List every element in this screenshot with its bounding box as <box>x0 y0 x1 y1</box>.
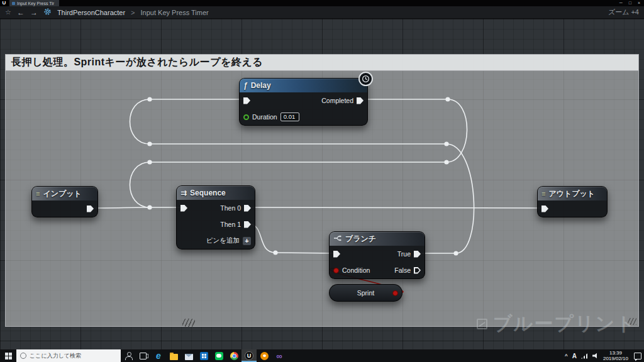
input-exec-out-pin[interactable] <box>87 206 94 212</box>
node-delay-title: Delay <box>251 81 271 90</box>
branch-exec-in-pin[interactable] <box>333 251 340 258</box>
branch-true-label: True <box>397 250 411 258</box>
blueprint-graph-canvas[interactable]: 長押し処理。Sprintキーが放されたらループを終える <box>0 19 644 349</box>
node-sequence-header[interactable]: ⇉ Sequence <box>177 186 255 200</box>
sequence-exec-in-pin[interactable] <box>180 205 187 212</box>
network-icon[interactable] <box>581 353 588 359</box>
task-view-icon[interactable] <box>136 349 151 362</box>
system-tray: ^ A 13:39 2019/02/10 <box>565 349 644 362</box>
blender-icon[interactable] <box>257 349 272 362</box>
node-output-title: アウトプット <box>548 189 595 199</box>
favorite-star-icon[interactable]: ☆ <box>5 8 11 16</box>
ime-indicator[interactable]: A <box>572 353 577 359</box>
mail-icon[interactable] <box>181 349 196 362</box>
function-icon: ƒ <box>243 81 248 90</box>
node-input-header[interactable]: ≡ インプット <box>32 187 97 200</box>
delay-duration-pin[interactable] <box>243 114 249 120</box>
node-output-tunnel[interactable]: ≡ アウトプット <box>537 186 608 217</box>
delay-duration-label: Duration <box>252 113 277 121</box>
store-icon[interactable] <box>196 349 211 362</box>
document-tab[interactable]: Input Key Press Tir <box>9 0 59 6</box>
back-button[interactable]: ← <box>17 9 25 16</box>
window-controls: ─ □ × <box>619 0 644 6</box>
delay-exec-in-pin[interactable] <box>243 97 250 104</box>
branch-false-label: False <box>394 266 411 274</box>
branch-false-pin[interactable] <box>414 267 421 274</box>
minimize-button[interactable]: ─ <box>619 0 623 6</box>
zoom-indicator: ズーム +4 <box>608 8 639 17</box>
node-branch[interactable]: ブランチ True Condition False <box>329 231 425 279</box>
branch-true-pin[interactable] <box>414 251 421 258</box>
node-delay-header[interactable]: ƒ Delay <box>240 79 367 92</box>
windows-logo-icon <box>5 353 12 359</box>
people-icon[interactable] <box>121 349 136 362</box>
comment-title[interactable]: 長押し処理。Sprintキーが放されたらループを終える <box>6 55 638 71</box>
visual-studio-icon[interactable]: ∞ <box>272 349 287 362</box>
node-sprint-variable[interactable]: Sprint <box>329 284 402 302</box>
comment-resize-hatch[interactable] <box>182 319 195 327</box>
output-exec-in-pin[interactable] <box>541 206 548 212</box>
windows-taskbar: ここに入力して検索 eU∞ ^ A 13:39 2019/02/10 <box>0 349 644 362</box>
breadcrumb-separator: > <box>131 9 135 16</box>
unreal-editor-window: U Input Key Press Tir ─ □ × ☆ ← → ThirdP… <box>0 0 644 362</box>
node-input-title: インプット <box>43 189 81 199</box>
volume-icon[interactable] <box>592 353 599 359</box>
node-sequence-title: Sequence <box>190 189 226 197</box>
tray-time: 13:39 <box>603 350 628 356</box>
breadcrumb-current[interactable]: Input Key Press Timer <box>141 9 209 16</box>
branch-icon <box>333 234 342 244</box>
close-button[interactable]: × <box>638 0 640 6</box>
branch-condition-label: Condition <box>342 266 370 274</box>
chrome-icon[interactable] <box>226 349 242 362</box>
taskbar-search-box[interactable]: ここに入力して検索 <box>16 349 121 362</box>
graph-watermark: ブループリント <box>477 311 636 337</box>
line-icon[interactable] <box>211 349 226 362</box>
sequence-then1-label: Then 1 <box>220 221 241 228</box>
blueprint-watermark-icon <box>477 319 487 329</box>
sprint-output-pin[interactable] <box>392 290 398 296</box>
sequence-then1-pin[interactable] <box>244 221 251 228</box>
blueprint-gear-icon[interactable] <box>43 8 52 17</box>
branch-condition-pin[interactable] <box>333 268 339 273</box>
file-explorer-icon[interactable] <box>166 349 181 362</box>
edge-icon[interactable]: e <box>151 349 166 362</box>
add-pin-button[interactable]: + <box>243 237 251 245</box>
sequence-then0-pin[interactable] <box>244 205 251 212</box>
tunnel-icon: ≡ <box>541 190 545 197</box>
node-delay[interactable]: ƒ Delay Completed Duration 0.01 <box>239 78 368 126</box>
blueprint-tab-icon <box>12 2 15 5</box>
search-icon <box>20 353 26 359</box>
node-branch-title: ブランチ <box>345 234 376 244</box>
sequence-addpin-label: ピンを追加 <box>206 236 240 245</box>
taskbar-app-icons: eU∞ <box>121 349 287 362</box>
delay-completed-label: Completed <box>321 97 353 104</box>
tray-expand-icon[interactable]: ^ <box>565 353 568 359</box>
unreal-engine-icon[interactable]: U <box>242 349 257 362</box>
tunnel-icon: ≡ <box>36 190 40 197</box>
sequence-then0-label: Then 0 <box>220 204 241 212</box>
breadcrumb-root[interactable]: ThirdPersonCharacter <box>57 9 125 16</box>
node-output-header[interactable]: ≡ アウトプット <box>538 187 607 200</box>
sprint-variable-label: Sprint <box>357 289 374 297</box>
node-branch-header[interactable]: ブランチ <box>330 232 425 246</box>
delay-duration-input[interactable]: 0.01 <box>280 112 299 121</box>
node-sequence[interactable]: ⇉ Sequence Then 0 Then 1 ピンを追加 + <box>176 185 255 250</box>
unreal-logo-icon: U <box>0 0 8 6</box>
sequence-icon: ⇉ <box>180 189 187 197</box>
tray-date: 2019/02/10 <box>603 356 628 362</box>
maximize-button[interactable]: □ <box>629 0 631 6</box>
tray-clock[interactable]: 13:39 2019/02/10 <box>603 350 628 362</box>
delay-completed-pin[interactable] <box>357 97 364 104</box>
watermark-label: ブループリント <box>493 311 636 337</box>
search-placeholder: ここに入力して検索 <box>30 352 81 360</box>
start-button[interactable] <box>0 349 16 362</box>
title-bar: U Input Key Press Tir ─ □ × <box>0 0 644 6</box>
breadcrumb-bar: ☆ ← → ThirdPersonCharacter > Input Key P… <box>0 6 644 19</box>
node-input-tunnel[interactable]: ≡ インプット <box>31 186 98 217</box>
document-tab-title: Input Key Press Tir <box>17 1 54 6</box>
forward-button[interactable]: → <box>30 9 38 16</box>
action-center-icon[interactable] <box>634 353 641 359</box>
latent-clock-icon <box>358 72 373 86</box>
